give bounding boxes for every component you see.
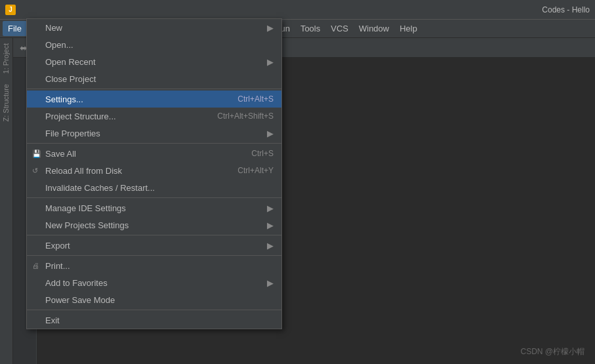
menu-export[interactable]: Export ▶ — [27, 237, 281, 254]
app-icon: J — [5, 5, 16, 15]
menu-project-structure[interactable]: Project Structure... Ctrl+Alt+Shift+S — [27, 108, 281, 125]
arrow-icon-fav: ▶ — [267, 278, 274, 288]
title-bar: J Codes - Hello — [0, 0, 595, 20]
arrow-icon-fp: ▶ — [267, 129, 274, 138]
menu-manage-ide-settings[interactable]: Manage IDE Settings ▶ — [27, 199, 281, 216]
menu-reload-all[interactable]: ↺ Reload All from Disk Ctrl+Alt+Y — [27, 162, 281, 179]
menu-file-properties[interactable]: File Properties ▶ — [27, 125, 281, 142]
separator-5 — [27, 255, 281, 256]
reload-icon: ↺ — [32, 167, 38, 175]
print-icon: 🖨 — [32, 262, 39, 270]
arrow-icon-mis: ▶ — [267, 203, 274, 213]
menu-open-recent[interactable]: Open Recent ▶ — [27, 53, 281, 70]
menu-close-project[interactable]: Close Project — [27, 70, 281, 87]
arrow-icon-export: ▶ — [267, 241, 274, 251]
vertical-panels: 1: Project Z: Structure — [0, 38, 13, 364]
separator-3 — [27, 197, 281, 198]
arrow-icon-recent: ▶ — [267, 57, 274, 67]
separator-2 — [27, 143, 281, 144]
menu-invalidate-caches[interactable]: Invalidate Caches / Restart... — [27, 179, 281, 196]
menu-open[interactable]: Open... — [27, 36, 281, 53]
save-icon: 💾 — [32, 150, 41, 158]
separator-6 — [27, 310, 281, 310]
title-bar-text: Codes - Hello — [20, 5, 590, 14]
arrow-icon-new: ▶ — [267, 23, 274, 33]
menu-settings[interactable]: Settings... Ctrl+Alt+S — [27, 91, 281, 108]
menu-item-help[interactable]: Help — [394, 21, 422, 36]
watermark: CSDN @柠檬小帽 — [520, 346, 585, 357]
menu-add-to-favorites[interactable]: Add to Favorites ▶ — [27, 274, 281, 291]
menu-new[interactable]: New ▶ — [27, 19, 281, 36]
file-dropdown-overlay: New ▶ Open... Open Recent ▶ Close Projec… — [26, 18, 282, 329]
menu-item-tools[interactable]: Tools — [295, 21, 325, 36]
menu-item-vcs[interactable]: VCS — [325, 21, 354, 36]
menu-save-all[interactable]: 💾 Save All Ctrl+S — [27, 145, 281, 162]
separator-4 — [27, 235, 281, 235]
menu-exit[interactable]: Exit — [27, 312, 281, 329]
arrow-icon-nps: ▶ — [267, 220, 274, 230]
menu-item-file[interactable]: File — [3, 21, 27, 36]
menu-print[interactable]: 🖨 Print... — [27, 257, 281, 274]
menu-new-projects-settings[interactable]: New Projects Settings ▶ — [27, 216, 281, 233]
project-panel-label[interactable]: 1: Project — [0, 38, 12, 79]
menu-item-window[interactable]: Window — [354, 21, 394, 36]
structure-panel-label[interactable]: Z: Structure — [0, 79, 12, 127]
file-dropdown-menu: New ▶ Open... Open Recent ▶ Close Projec… — [26, 18, 282, 329]
menu-power-save-mode[interactable]: Power Save Mode — [27, 291, 281, 308]
separator-1 — [27, 89, 281, 89]
